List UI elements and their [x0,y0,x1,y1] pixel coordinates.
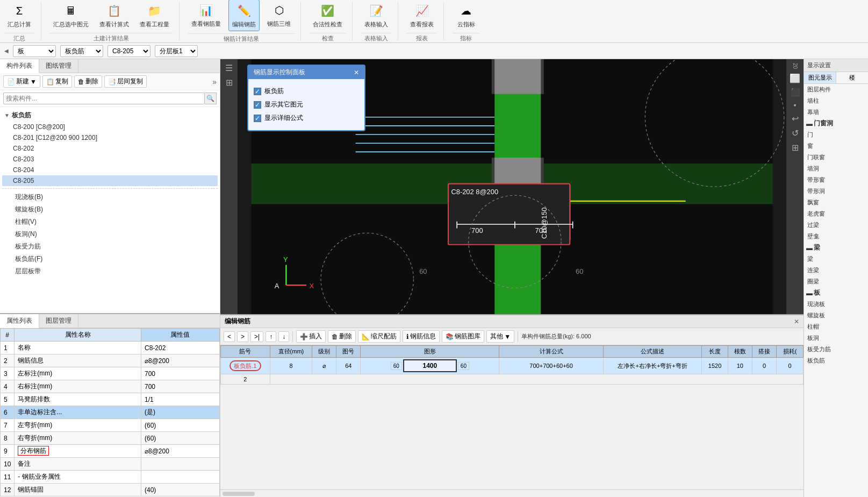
view-project-button[interactable]: 📁 查看工程量 [137,0,173,31]
props-row[interactable]: 7左弯折(mm)(60) [1,419,220,432]
tree-item-slab-hole[interactable]: 板洞(N) [4,228,216,240]
tree-item-spiral-slab[interactable]: 螺旋板(B) [4,203,216,216]
rebar-nav-first[interactable]: < [224,331,235,342]
code-select[interactable]: C8-205C8-200C8-201C8-202 [107,45,150,57]
right-item-dormer[interactable]: 老虎窗 [804,208,868,219]
right-item-slab-stress2[interactable]: 板受力筋 [804,344,868,355]
checkbox-1[interactable]: ✓ [254,88,261,95]
delete-button[interactable]: 🗑 删除 [74,75,102,88]
cloud-index-button[interactable]: ☁ 云指标 [453,0,479,31]
cad-view[interactable]: ☰ ⊞ 20 ⬜ ⬛ ▪ ↩ ↺ ⊞ [220,59,804,314]
right-item-coupling-beam[interactable]: 连梁 [804,265,868,276]
select-element-button[interactable]: 🖩 汇总选中图元 [50,0,92,31]
tab-layer-mgmt[interactable]: 图层管理 [39,314,78,328]
right-item-lintel[interactable]: 过梁 [804,219,868,231]
legal-check-button[interactable]: ✅ 合法性检查 [310,0,346,31]
props-row[interactable]: 1名称C8-202 [1,342,220,354]
right-tab-other[interactable]: 楼 [836,72,868,83]
right-item-bay-window[interactable]: 飘窗 [804,197,868,208]
rebar-delete-button[interactable]: 🗑 删除 [328,330,356,343]
props-row[interactable]: 3左标注(mm)700 [1,367,220,380]
rebar-insert-button[interactable]: ➕ 插入 [296,330,326,343]
new-button[interactable]: 📄 新建 ▼ [3,75,40,88]
tree-item-C8-201[interactable]: C8-201 [C12@200 900 1200] [2,132,218,143]
table-input-button[interactable]: 📝 表格输入 [361,0,391,31]
props-row[interactable]: 5马凳筋排数1/1 [1,393,220,406]
right-item-layer-component[interactable]: 图层构件 [804,84,868,95]
view-formula-button[interactable]: 📋 查看计算式 [96,0,132,31]
right-item-strip-hole[interactable]: 带形洞 [804,186,868,197]
tree-item-C8-204[interactable]: C8-204 [2,165,218,175]
tree-item-cast-in-slab[interactable]: 现浇板(B) [4,191,216,203]
right-item-slab-hole2[interactable]: 板洞 [804,332,868,344]
search-icon-btn[interactable]: 🔍 [205,93,217,104]
tree-item-slab-neg-rebar[interactable]: 板负筋(F) [4,253,216,265]
copy-layer-button[interactable]: 📑 层间复制 [104,75,147,88]
right-item-curtain-wall[interactable]: 幕墙 [804,106,868,118]
tree-item-C8-205[interactable]: C8-205 [2,175,218,186]
tree-item-slab-layer[interactable]: 层层板带 [4,265,216,278]
right-item-door-window-combo[interactable]: 门联窗 [804,152,868,163]
right-tab-element-display[interactable]: 图元显示 [804,72,836,83]
dialog-close-icon[interactable]: ✕ [354,69,359,76]
rebar-info-button[interactable]: ℹ 钢筋信息 [403,330,440,343]
rebar-3d-button[interactable]: ⬡ 钢筋三维 [264,0,294,31]
right-item-wall-niche[interactable]: 壁龛 [804,231,868,242]
right-item-spiral-slab2[interactable]: 螺旋板 [804,310,868,321]
nav-square-icon[interactable]: ⬜ [788,72,802,85]
right-item-ring-beam[interactable]: 圈梁 [804,276,868,287]
rebar-other-button[interactable]: 其他 ▼ [486,330,514,343]
nav-list-icon[interactable]: ☰ [224,61,234,75]
edit-rebar-button[interactable]: ✏️ 编辑钢筋 [228,0,260,31]
props-row[interactable]: 6非单边标注含...(是) [1,406,220,419]
display-settings-label[interactable]: 20 [791,61,800,70]
props-row[interactable]: 9分布钢筋⌀8@200 [1,445,220,458]
right-item-wall-hole[interactable]: 墙洞 [804,163,868,174]
props-row[interactable]: 12钢筋锚固(40) [1,484,220,496]
right-group-door-window[interactable]: ▬ 门窗洞 [804,118,868,129]
nav-rotate-icon[interactable]: ↩ [790,112,800,125]
rebar-editor-close-icon[interactable]: ✕ [794,318,799,325]
rebar-type-select[interactable]: 板负筋板受力筋 [60,45,103,57]
right-group-beam[interactable]: ▬ 梁 [804,242,868,253]
rebar-row-2[interactable]: 2 [221,374,804,385]
nav-refresh-icon[interactable]: ↺ [790,126,800,140]
summarize-button[interactable]: Σ 汇总计算 [4,0,34,31]
view-mode-select[interactable]: 板梁柱 [13,45,56,57]
right-item-wall-column[interactable]: 墙柱 [804,95,868,106]
rebar-nav-down[interactable]: ↓ [278,331,289,342]
right-item-slab-neg2[interactable]: 板负筋 [804,355,868,366]
right-item-beam[interactable]: 梁 [804,253,868,265]
checkbox-3[interactable]: ✓ [254,115,261,122]
layer-select[interactable]: 分层板1分层板2 [155,45,198,57]
checkbox-2[interactable]: ✓ [254,101,261,109]
copy-button[interactable]: 📋 复制 [42,75,72,88]
tree-item-C8-203[interactable]: C8-203 [2,154,218,165]
right-item-column-cap2[interactable]: 柱帽 [804,321,868,332]
panel-collapse-icon[interactable]: » [212,77,217,86]
rebar-nav-up[interactable]: ↑ [266,331,276,342]
tab-drawing-mgmt[interactable]: 图纸管理 [39,59,78,73]
rebar-row-1[interactable]: 板负筋.1 8 ⌀ 64 60 1400 60 [221,358,804,374]
nav-box-icon[interactable]: ⬛ [789,86,801,98]
scrollbar-thumb[interactable] [223,492,255,496]
tree-item-slab-stress[interactable]: 板受力筋 [4,240,216,253]
right-item-window[interactable]: 窗 [804,140,868,152]
rebar-nav-next[interactable]: > [237,331,248,342]
rebar-library-button[interactable]: 📚 钢筋图库 [442,330,484,343]
nav-grid-icon[interactable]: ⊞ [224,76,234,89]
view-report-button[interactable]: 📈 查看报表 [407,0,437,31]
rebar-scale-button[interactable]: 📐 缩尺配筋 [358,330,400,343]
right-item-cast-slab[interactable]: 现浇板 [804,299,868,310]
right-item-door[interactable]: 门 [804,129,868,140]
view-rebar-button[interactable]: 📊 查看钢筋量 [188,0,224,31]
props-row[interactable]: 8右弯折(mm)(60) [1,432,220,445]
rebar-scrollbar[interactable] [220,489,804,497]
props-row[interactable]: 10备注 [1,458,220,471]
right-group-slab[interactable]: ▬ 板 [804,287,868,299]
props-row[interactable]: 4右标注(mm)700 [1,380,220,393]
nav-table-icon[interactable]: ⊞ [790,141,800,154]
tree-item-C8-202[interactable]: C8-202 [2,143,218,154]
tree-item-column-cap[interactable]: 柱帽(V) [4,216,216,228]
tree-item-C8-200[interactable]: C8-200 [C8@200] [2,122,218,132]
